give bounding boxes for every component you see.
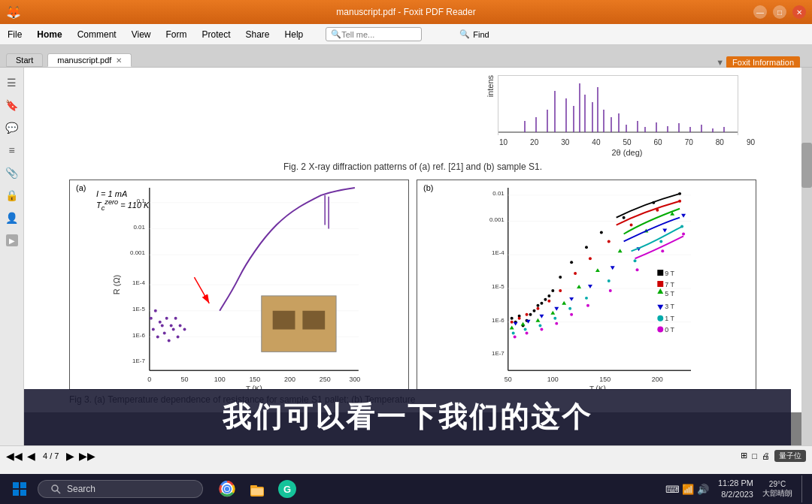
svg-text:150: 150 xyxy=(249,376,260,383)
windows-start-button[interactable] xyxy=(6,475,33,502)
svg-marker-120 xyxy=(521,322,526,326)
svg-point-143 xyxy=(568,307,571,310)
svg-marker-121 xyxy=(535,318,540,322)
svg-point-142 xyxy=(553,317,556,320)
sidebar-comment-btn[interactable]: 💬 xyxy=(3,119,21,137)
sidebar-expand-btn[interactable]: ▶ xyxy=(6,234,18,246)
menu-search-input[interactable] xyxy=(341,30,417,39)
sidebar-layers-btn[interactable]: ≡ xyxy=(3,141,21,159)
svg-point-108 xyxy=(518,317,521,320)
view-btn-3[interactable]: 🖨 xyxy=(762,451,770,460)
taskbar-chrome-app[interactable] xyxy=(214,475,241,502)
svg-text:0.1: 0.1 xyxy=(137,198,146,204)
sidebar-user-btn[interactable]: 👤 xyxy=(3,209,21,227)
svg-marker-125 xyxy=(595,268,600,272)
svg-text:1E-5: 1E-5 xyxy=(132,306,145,312)
taskbar-files-app[interactable] xyxy=(244,475,271,502)
svg-point-97 xyxy=(544,298,547,301)
svg-rect-172 xyxy=(20,482,26,488)
svg-marker-119 xyxy=(510,326,514,330)
show-desktop-btn[interactable] xyxy=(801,475,806,502)
svg-point-145 xyxy=(607,279,611,282)
svg-point-98 xyxy=(547,294,550,297)
svg-text:50: 50 xyxy=(504,376,512,383)
svg-text:1E-4: 1E-4 xyxy=(132,279,145,286)
svg-point-144 xyxy=(585,297,588,300)
taskbar-tray: ⌨ 📶 🔊 11:28 PM 8/2/2023 29°C 大部晴朗 xyxy=(665,475,806,502)
svg-point-50 xyxy=(154,309,157,312)
sidebar-attach-btn[interactable]: 📎 xyxy=(3,164,21,182)
tray-icons: ⌨ 📶 🔊 xyxy=(665,484,709,495)
windows-logo-icon xyxy=(13,482,26,496)
svg-line-65 xyxy=(194,277,209,303)
taskbar-grammarly-app[interactable]: G xyxy=(274,475,301,502)
xrd-x-label: 2θ (deg) xyxy=(498,148,756,157)
search-icon xyxy=(50,484,61,494)
menu-form[interactable]: Form xyxy=(159,26,195,43)
svg-rect-67 xyxy=(262,296,336,352)
sidebar-bookmark-btn[interactable]: 🔖 xyxy=(3,96,21,114)
svg-text:1E-6: 1E-6 xyxy=(492,317,504,324)
tab-start[interactable]: Start xyxy=(6,53,43,67)
svg-rect-68 xyxy=(273,311,295,330)
svg-point-115 xyxy=(607,240,611,243)
svg-text:100: 100 xyxy=(547,376,559,383)
svg-marker-131 xyxy=(539,315,544,318)
menu-share[interactable]: Share xyxy=(238,26,277,43)
svg-rect-174 xyxy=(20,490,26,496)
vertical-scrollbar[interactable] xyxy=(801,68,812,445)
menu-help[interactable]: Help xyxy=(277,26,311,43)
svg-line-176 xyxy=(57,490,60,493)
svg-text:300: 300 xyxy=(349,376,360,383)
svg-text:50: 50 xyxy=(181,376,189,383)
watermark-badge: 量子位 xyxy=(774,450,806,462)
svg-text:5 T: 5 T xyxy=(665,290,674,297)
svg-marker-122 xyxy=(550,311,555,315)
svg-point-101 xyxy=(570,261,573,264)
nav-last-btn[interactable]: ▶▶ xyxy=(79,450,95,462)
tab-close-button[interactable]: ✕ xyxy=(116,56,122,65)
minimize-button[interactable]: — xyxy=(753,5,767,19)
svg-text:T (K): T (K) xyxy=(589,384,606,389)
menu-home[interactable]: Home xyxy=(29,26,69,43)
graph-left-container: (a) I = 1 mA Tczero = 110 K R (Ω) 0 xyxy=(69,180,409,390)
menu-comment[interactable]: Comment xyxy=(70,26,124,43)
svg-marker-138 xyxy=(681,214,686,218)
svg-text:T (K): T (K) xyxy=(246,384,262,389)
sidebar-nav-btn[interactable]: ☰ xyxy=(3,74,21,92)
svg-point-94 xyxy=(533,309,536,312)
view-btn-2[interactable]: □ xyxy=(752,451,757,460)
svg-point-100 xyxy=(559,276,562,279)
scroll-thumb[interactable] xyxy=(801,143,812,188)
tab-bar: Start manuscript.pdf ✕ ▼ Foxit Informati… xyxy=(0,45,812,68)
svg-text:1E-7: 1E-7 xyxy=(132,358,145,364)
menu-protect[interactable]: Protect xyxy=(195,26,238,43)
menu-file[interactable]: File xyxy=(0,26,29,43)
svg-point-59 xyxy=(174,317,177,320)
sidebar-security-btn[interactable]: 🔒 xyxy=(3,186,21,204)
maximize-button[interactable]: □ xyxy=(773,5,786,19)
menu-search-box[interactable]: 🔍 xyxy=(326,27,422,41)
svg-point-140 xyxy=(524,328,527,331)
svg-point-54 xyxy=(163,332,166,335)
app-icon: 🦊 xyxy=(6,5,21,20)
svg-point-146 xyxy=(634,259,637,262)
svg-point-169 xyxy=(657,327,663,333)
svg-point-103 xyxy=(600,231,603,234)
taskbar-search[interactable]: Search xyxy=(38,480,203,498)
tab-manuscript[interactable]: manuscript.pdf ✕ xyxy=(47,53,132,67)
resistance-graphs-row: (a) I = 1 mA Tczero = 110 K R (Ω) 0 xyxy=(69,180,756,390)
nav-first-btn[interactable]: ◀◀ xyxy=(6,450,23,462)
nav-next-btn[interactable]: ▶ xyxy=(66,450,74,462)
xrd-svg-chart xyxy=(498,75,738,135)
svg-point-102 xyxy=(585,246,588,249)
grammarly-icon: G xyxy=(278,480,296,498)
nav-prev-btn[interactable]: ◀ xyxy=(27,450,35,462)
svg-point-95 xyxy=(536,304,539,307)
svg-point-155 xyxy=(609,289,612,292)
view-btn-1[interactable]: ⊞ xyxy=(741,451,747,460)
foxit-info-button[interactable]: ▼ Foxit Information xyxy=(716,58,800,67)
close-button[interactable]: ✕ xyxy=(792,5,806,19)
menu-view[interactable]: View xyxy=(124,26,159,43)
svg-point-180 xyxy=(225,487,229,491)
